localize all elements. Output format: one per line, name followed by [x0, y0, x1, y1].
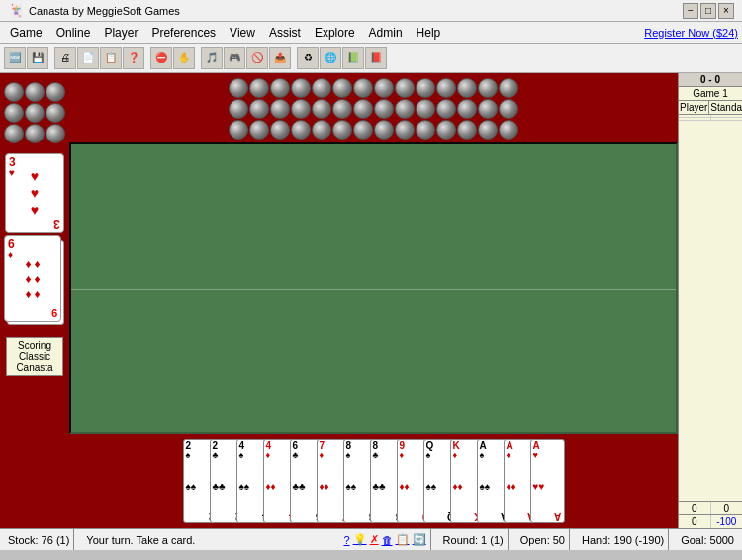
menu-game[interactable]: Game: [4, 24, 48, 42]
opponent-ball: [249, 99, 269, 119]
play-area[interactable]: [69, 142, 678, 434]
menu-help[interactable]: Help: [411, 24, 447, 42]
menu-player[interactable]: Player: [98, 24, 143, 42]
hand-card-suit: ♦: [320, 451, 325, 460]
toolbar-btn4[interactable]: ⛔: [150, 47, 172, 69]
score-bot-s: -100: [711, 515, 743, 528]
ball: [46, 82, 65, 102]
score-total-s: 0: [711, 502, 743, 514]
opponent-ball: [478, 120, 498, 140]
opponent-ball: [312, 120, 331, 140]
toolbar-btn3[interactable]: ❓: [123, 47, 144, 69]
toolbar-btn1[interactable]: 📄: [77, 47, 99, 69]
menu-admin[interactable]: Admin: [363, 24, 409, 42]
toolbar-stop[interactable]: 🚫: [246, 47, 268, 69]
opponent-ball: [478, 99, 498, 119]
opponent-ball: [499, 78, 518, 98]
toolbar-btn9[interactable]: 📕: [365, 47, 387, 69]
titlebar-controls: − □ ×: [683, 3, 734, 19]
ball: [46, 124, 65, 143]
score-cell-p1: [679, 115, 711, 117]
toolbar-btn6[interactable]: 📤: [269, 47, 291, 69]
toolbar-globe[interactable]: 🌐: [320, 47, 341, 69]
opponent-ball: [249, 78, 269, 98]
goal-label: Goal: 5000: [681, 534, 734, 546]
hand-card-suit: ♠: [426, 451, 431, 460]
toolbar-game[interactable]: 🎮: [224, 47, 245, 69]
opponent-ball: [229, 78, 248, 98]
left-panel: 3 ♥ ♥ ♥ ♥ 3 6 ♦ ♦♦ ♦♦ ♦♦ 9: [0, 73, 69, 528]
menu-online[interactable]: Online: [50, 24, 97, 42]
turn-label: Your turn. Take a card.: [86, 534, 195, 546]
ball: [4, 82, 24, 102]
trash-icon[interactable]: 🗑: [382, 534, 393, 546]
opponent-ball: [478, 78, 498, 98]
app-icon: 🃏: [8, 3, 24, 18]
left-card-6diamonds[interactable]: 6 ♦ ♦♦ ♦♦ ♦♦ 9: [4, 235, 61, 322]
opponent-ball: [457, 120, 477, 140]
hand-card-suit: ♥: [533, 451, 538, 460]
score-row-2: [679, 118, 742, 121]
toolbar-btn7[interactable]: ♻: [297, 47, 319, 69]
opponent-ball: [353, 78, 373, 98]
toolbar-music[interactable]: 🎵: [201, 47, 223, 69]
hint-icon[interactable]: 💡: [353, 533, 367, 546]
status-round: Round: 1 (1): [439, 529, 509, 550]
hand-card-center: ♥♥: [533, 460, 545, 512]
scoring-line2: Classic: [9, 351, 60, 362]
left-card-3hearts[interactable]: 3 ♥ ♥ ♥ ♥ 3: [5, 153, 64, 233]
menu-explore[interactable]: Explore: [309, 24, 361, 42]
score-cell-s2: [711, 118, 743, 120]
opponent-ball: [457, 78, 477, 98]
game-container: 3 ♥ ♥ ♥ ♥ 3 6 ♦ ♦♦ ♦♦ ♦♦ 9: [0, 73, 742, 528]
card-center: ♥ ♥ ♥: [31, 168, 39, 218]
menu-view[interactable]: View: [224, 24, 261, 42]
score-header: 0 - 0: [679, 73, 742, 87]
ball: [46, 103, 65, 123]
card-center: ♦♦ ♦♦ ♦♦: [25, 257, 40, 301]
ball: [25, 103, 45, 123]
opponent-ball: [374, 99, 394, 119]
hand-card-suit: ♠: [346, 451, 351, 460]
toolbar-btn2[interactable]: 📋: [100, 47, 122, 69]
opponent-ball: [374, 78, 394, 98]
play-divider: [71, 289, 676, 290]
status-icons: ? 💡 ✗ 🗑 📋 🔄: [339, 529, 430, 550]
hand-card-suit: ♠: [480, 451, 485, 460]
hand-label: Hand: 190 (-190): [582, 534, 664, 546]
ball: [25, 124, 45, 143]
register-button[interactable]: Register Now ($24): [644, 27, 738, 39]
status-open: Open: 50: [516, 529, 570, 550]
titlebar: 🃏 Canasta by MeggieSoft Games − □ ×: [0, 0, 742, 22]
close-icon[interactable]: ✗: [370, 533, 379, 546]
maximize-button[interactable]: □: [700, 3, 716, 19]
round-label: Round: 1 (1): [443, 534, 504, 546]
card-suit-diamonds: ♦: [8, 250, 13, 260]
toolbar-save[interactable]: 💾: [27, 47, 48, 69]
help-icon[interactable]: ?: [343, 534, 349, 546]
hand-card-suit: ♦: [400, 451, 405, 460]
status-hand: Hand: 190 (-190): [578, 529, 669, 550]
opponent-ball: [499, 120, 518, 140]
menu-preferences[interactable]: Preferences: [145, 24, 222, 42]
opponent-ball: [270, 78, 290, 98]
hand-card-suit: ♣: [293, 451, 299, 460]
close-button[interactable]: ×: [718, 3, 734, 19]
scoring-line3: Canasta: [9, 362, 60, 373]
minimize-button[interactable]: −: [683, 3, 698, 19]
hand-card[interactable]: A ♥ ♥♥ A: [530, 439, 565, 523]
refresh-icon[interactable]: 🔄: [413, 533, 426, 546]
hand-card-center: ♣♣: [213, 460, 226, 512]
menubar: Game Online Player Preferences View Assi…: [0, 22, 742, 44]
score-columns: Player Standar: [679, 101, 742, 115]
toolbar-btn5[interactable]: ✋: [173, 47, 195, 69]
opponent-ball: [395, 78, 415, 98]
menu-assist[interactable]: Assist: [263, 24, 307, 42]
score-col-player: Player: [679, 101, 709, 114]
toolbar-print[interactable]: 🖨: [54, 47, 76, 69]
clipboard-icon[interactable]: 📋: [396, 533, 410, 546]
toolbar-new[interactable]: 🆕: [4, 47, 26, 69]
toolbar-btn8[interactable]: 📗: [342, 47, 364, 69]
hand-card-center: ♣♣: [373, 460, 386, 512]
hand-card-bot: A: [554, 512, 561, 521]
